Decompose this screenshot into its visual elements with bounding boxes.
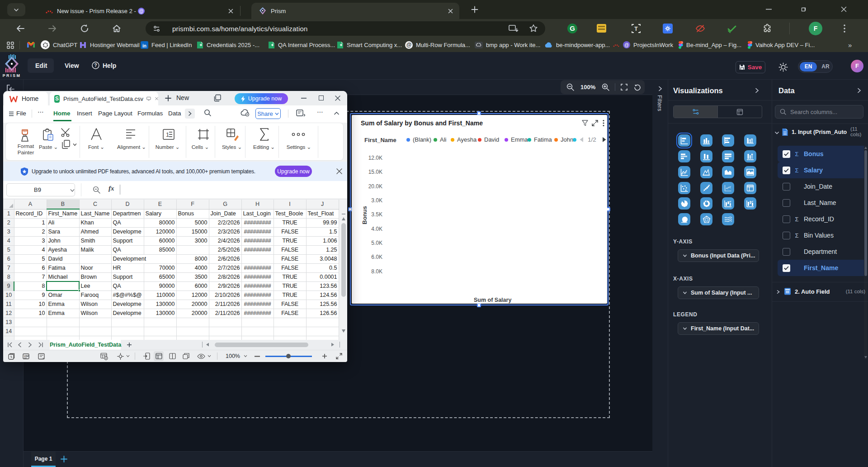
svg-text:PRISM: PRISM	[3, 73, 21, 78]
svg-text:T: T	[634, 26, 638, 32]
svg-text:?: ?	[94, 63, 97, 68]
svg-text:VBP: VBP	[24, 355, 29, 357]
svg-text:1: 1	[166, 131, 169, 138]
